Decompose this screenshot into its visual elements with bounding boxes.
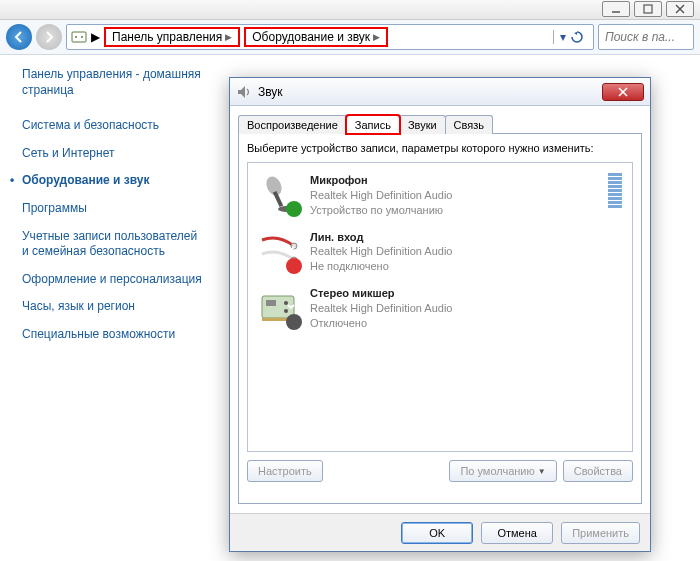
- apply-button[interactable]: Применить: [561, 522, 640, 544]
- svg-rect-4: [72, 32, 86, 42]
- device-row-line-in[interactable]: Лин. вход Realtek High Definition Audio …: [248, 224, 632, 281]
- svg-rect-17: [266, 300, 276, 306]
- sound-dialog: Звук Воспроизведение Запись Звуки Связь …: [229, 77, 651, 552]
- svg-point-5: [75, 36, 77, 38]
- tab-communications[interactable]: Связь: [445, 115, 493, 134]
- search-input[interactable]: Поиск в па...: [598, 24, 694, 50]
- forward-button[interactable]: [36, 24, 62, 50]
- sidebar-item-ease-of-access[interactable]: Специальные возможности: [22, 321, 206, 349]
- sidebar-item-clock-language-region[interactable]: Часы, язык и регион: [22, 293, 206, 321]
- breadcrumb-bar[interactable]: ▶ Панель управления▶ Оборудование и звук…: [66, 24, 594, 50]
- address-bar-row: ▶ Панель управления▶ Оборудование и звук…: [0, 20, 700, 54]
- device-name: Лин. вход: [310, 230, 622, 245]
- cancel-button[interactable]: Отмена: [481, 522, 553, 544]
- speaker-icon: [236, 84, 252, 100]
- device-list[interactable]: Микрофон Realtek High Definition Audio У…: [247, 162, 633, 452]
- breadcrumb-hardware-sound[interactable]: Оборудование и звук▶: [244, 27, 388, 47]
- disabled-badge-icon: [286, 314, 302, 330]
- chevron-down-icon: ▼: [538, 467, 546, 476]
- ok-button[interactable]: OK: [401, 522, 473, 544]
- line-in-icon: [258, 230, 300, 272]
- sidebar-item-network-internet[interactable]: Сеть и Интернет: [22, 140, 206, 168]
- check-badge-icon: [286, 201, 302, 217]
- tab-playback[interactable]: Воспроизведение: [238, 115, 347, 134]
- device-subtitle: Realtek High Definition Audio: [310, 244, 622, 259]
- instruction-text: Выберите устройство записи, параметры ко…: [247, 142, 633, 154]
- dialog-titlebar[interactable]: Звук: [230, 78, 650, 106]
- svg-point-6: [81, 36, 83, 38]
- close-window-button[interactable]: [666, 1, 694, 17]
- microphone-icon: [258, 173, 300, 215]
- sidebar-item-hardware-sound[interactable]: Оборудование и звук: [22, 167, 206, 195]
- sound-card-icon: [258, 286, 300, 328]
- sidebar-item-system-security[interactable]: Система и безопасность: [22, 112, 206, 140]
- device-row-microphone[interactable]: Микрофон Realtek High Definition Audio У…: [248, 167, 632, 224]
- dialog-tabs: Воспроизведение Запись Звуки Связь: [238, 110, 642, 134]
- refresh-dropdown[interactable]: ▾: [553, 30, 589, 44]
- device-subtitle: Realtek High Definition Audio: [310, 188, 598, 203]
- dialog-title: Звук: [258, 85, 283, 99]
- device-status: Устройство по умолчанию: [310, 203, 598, 218]
- device-name: Стерео микшер: [310, 286, 622, 301]
- window-titlebar: [0, 0, 700, 20]
- dialog-footer: OK Отмена Применить: [230, 513, 650, 551]
- set-default-button[interactable]: По умолчанию▼: [449, 460, 556, 482]
- chevron-right-icon: ▶: [91, 30, 100, 44]
- error-badge-icon: [286, 258, 302, 274]
- device-row-stereo-mix[interactable]: Стерео микшер Realtek High Definition Au…: [248, 280, 632, 337]
- sidebar-home-link[interactable]: Панель управления - домашняя страница: [22, 67, 206, 98]
- tab-recording[interactable]: Запись: [346, 115, 400, 134]
- device-status: Отключено: [310, 316, 622, 331]
- sidebar-item-programs[interactable]: Программы: [22, 195, 206, 223]
- svg-rect-1: [644, 5, 652, 13]
- tab-sounds[interactable]: Звуки: [399, 115, 446, 134]
- control-panel-icon: [71, 29, 87, 45]
- sidebar: Панель управления - домашняя страница Си…: [0, 55, 220, 561]
- configure-button[interactable]: Настроить: [247, 460, 323, 482]
- maximize-button[interactable]: [634, 1, 662, 17]
- back-button[interactable]: [6, 24, 32, 50]
- level-meter: [608, 173, 622, 208]
- properties-button[interactable]: Свойства: [563, 460, 633, 482]
- device-status: Не подключено: [310, 259, 622, 274]
- device-subtitle: Realtek High Definition Audio: [310, 301, 622, 316]
- device-name: Микрофон: [310, 173, 598, 188]
- breadcrumb-control-panel[interactable]: Панель управления▶: [104, 27, 240, 47]
- sidebar-item-appearance[interactable]: Оформление и персонализация: [22, 266, 206, 294]
- sidebar-item-user-accounts[interactable]: Учетные записи пользователей и семейная …: [22, 223, 206, 266]
- dialog-close-button[interactable]: [602, 83, 644, 101]
- minimize-button[interactable]: [602, 1, 630, 17]
